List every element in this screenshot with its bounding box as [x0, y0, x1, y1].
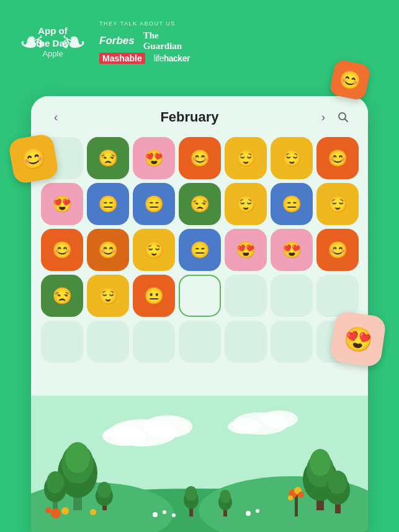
day-cell-14[interactable]: 😊: [41, 229, 83, 271]
day-cell-8[interactable]: 😑: [87, 183, 129, 225]
mashable-logo: Mashable: [99, 53, 145, 64]
svg-point-45: [220, 490, 231, 503]
award-line2: the Day: [36, 37, 69, 50]
day-cell-21[interactable]: 😒: [41, 275, 83, 317]
day-cell-9[interactable]: 😑: [133, 183, 175, 225]
day-cell-empty-31: [179, 321, 221, 363]
day-cell-empty-27: [316, 275, 359, 317]
svg-point-31: [310, 449, 331, 476]
svg-point-48: [172, 513, 176, 517]
day-cell-1[interactable]: 😒: [87, 137, 129, 179]
svg-point-19: [47, 471, 64, 494]
svg-point-49: [246, 511, 251, 516]
svg-point-23: [51, 508, 61, 518]
day-cell-empty-33: [271, 321, 313, 363]
svg-point-34: [328, 471, 347, 494]
svg-point-16: [65, 442, 90, 473]
day-cell-7[interactable]: 😍: [41, 183, 83, 225]
svg-point-22: [97, 482, 111, 498]
award-line1: App of: [36, 25, 69, 37]
press-row-2: Mashable lifehacker: [99, 53, 190, 64]
day-cell-today[interactable]: [179, 275, 221, 317]
svg-point-25: [45, 507, 52, 513]
day-cell-23[interactable]: 😐: [133, 275, 175, 317]
day-cell-12[interactable]: 😑: [271, 183, 313, 225]
svg-line-1: [345, 119, 348, 122]
day-cell-3[interactable]: 😊: [179, 137, 221, 179]
svg-point-5: [102, 426, 146, 446]
day-cell-13[interactable]: 😌: [316, 183, 359, 225]
calendar-row-5: [41, 321, 358, 363]
svg-point-4: [143, 415, 192, 438]
nature-scene: [31, 396, 368, 532]
day-cell-5[interactable]: 😌: [271, 137, 313, 179]
day-cell-empty-29: [87, 321, 129, 363]
svg-point-7: [261, 410, 298, 428]
day-cell-10[interactable]: 😒: [179, 183, 221, 225]
nature-svg: [31, 396, 368, 532]
floating-emoji-bottom-right: 😍: [330, 311, 387, 368]
day-cell-2[interactable]: 😍: [133, 137, 175, 179]
day-cell-empty-25: [225, 275, 267, 317]
next-month-button[interactable]: ›: [313, 107, 333, 127]
floating-emoji-left: 😊: [7, 133, 59, 184]
day-cell-6[interactable]: 😊: [316, 137, 359, 179]
svg-point-39: [288, 495, 293, 500]
month-title: February: [66, 109, 313, 125]
day-cell-16[interactable]: 😌: [133, 229, 175, 271]
calendar-row-4: 😒 😌 😐: [41, 275, 358, 317]
search-icon: [337, 111, 349, 123]
calendar-row-3: 😊 😊 😌 😑 😍 😍 😊: [41, 229, 358, 271]
guardian-logo: TheGuardian: [143, 30, 182, 51]
svg-point-42: [185, 486, 197, 501]
svg-point-24: [61, 507, 69, 515]
calendar-header: ‹ February ›: [31, 96, 368, 135]
svg-point-47: [163, 510, 166, 514]
press-row-1: Forbes TheGuardian: [99, 30, 190, 51]
svg-point-8: [228, 419, 262, 434]
floating-emoji-top-right: 😊: [329, 59, 372, 102]
day-cell-empty-30: [133, 321, 175, 363]
laurel-wreath: ❧ App of the Day Apple ❧: [19, 11, 87, 73]
lifehacker-logo: lifehacker: [154, 53, 190, 63]
svg-point-27: [98, 511, 103, 516]
prev-month-button[interactable]: ‹: [46, 107, 66, 127]
forbes-logo: Forbes: [99, 35, 135, 47]
calendar-row-2: 😍 😑 😑 😒 😌 😑 😌: [41, 183, 358, 225]
press-label: THEY TALK ABOUT US: [99, 20, 190, 27]
search-button[interactable]: [333, 107, 353, 127]
award-line3: Apple: [36, 49, 69, 60]
calendar-row-1: 😒 😍 😊 😌 😌 😊: [41, 137, 358, 179]
award-badge: ❧ App of the Day Apple ❧: [19, 11, 87, 73]
svg-point-26: [90, 509, 96, 515]
badge-text: App of the Day Apple: [36, 25, 69, 60]
day-cell-15[interactable]: 😊: [87, 229, 129, 271]
svg-point-46: [153, 512, 158, 517]
day-cell-20[interactable]: 😊: [316, 229, 359, 271]
calendar-grid: 😒 😍 😊 😌 😌 😊 😍 😑: [31, 135, 368, 369]
day-cell-4[interactable]: 😌: [225, 137, 267, 179]
day-cell-empty-26: [271, 275, 313, 317]
svg-point-50: [256, 509, 259, 513]
app-window: ‹ February › 😒 😍 😊 😌: [31, 96, 368, 532]
day-cell-18[interactable]: 😍: [225, 229, 267, 271]
day-cell-17[interactable]: 😑: [179, 229, 221, 271]
press-logos: THEY TALK ABOUT US Forbes TheGuardian Ma…: [99, 20, 190, 64]
svg-rect-35: [295, 495, 298, 516]
day-cell-empty-32: [225, 321, 267, 363]
day-cell-11[interactable]: 😌: [225, 183, 267, 225]
svg-point-38: [298, 492, 304, 498]
day-cell-19[interactable]: 😍: [271, 229, 313, 271]
day-cell-22[interactable]: 😌: [87, 275, 129, 317]
day-cell-empty-28: [41, 321, 83, 363]
